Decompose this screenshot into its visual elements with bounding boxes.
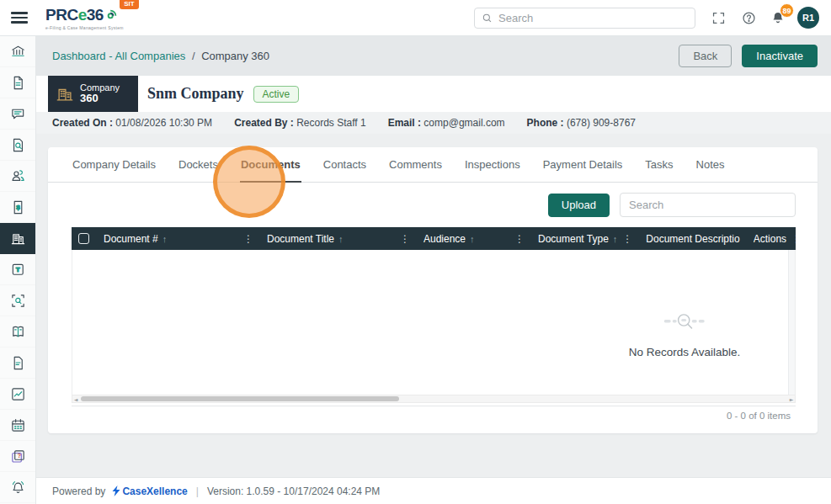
chart-icon [10, 386, 26, 402]
tab-dockets[interactable]: Dockets [178, 147, 219, 183]
sidebar-item-scan-search[interactable] [0, 285, 35, 316]
sidebar-item-companies[interactable] [0, 223, 35, 254]
tab-company-details[interactable]: Company Details [72, 147, 157, 183]
back-button[interactable]: Back [679, 45, 732, 67]
upload-button[interactable]: Upload [548, 194, 610, 217]
company-name: Snm Company [147, 85, 244, 103]
tab-notes[interactable]: Notes [695, 147, 726, 183]
grid-header: Document # ↑ ⋮ Document Title ↑ ⋮ Audien… [72, 227, 796, 250]
sidebar-item-record-search[interactable] [0, 130, 35, 161]
notification-count-badge: 89 [780, 3, 794, 18]
powered-by-label: Powered by [52, 485, 105, 497]
column-menu-icon[interactable]: ⋮ [395, 233, 410, 245]
grid-body: No Records Available. [72, 250, 796, 395]
global-search[interactable] [474, 8, 695, 29]
bank-icon [10, 44, 26, 60]
grid-pager: 0 - 0 of 0 items [72, 406, 796, 424]
sidebar-item-notifications[interactable] [0, 472, 35, 503]
meta-item: Created By : Records Staff 1 [234, 117, 366, 129]
file-search-icon [10, 137, 26, 153]
page-footer: Powered by CaseXellence | Version: 1.0.5… [36, 477, 831, 504]
logo-tagline: e-Filing & Case Management System [45, 25, 124, 30]
scrollbar-thumb[interactable] [81, 396, 399, 401]
tab-strip: Company Details Dockets Documents Contac… [48, 147, 818, 183]
status-badge: Active [253, 86, 300, 103]
documents-search-input[interactable] [620, 193, 796, 217]
col-document-title[interactable]: Document Title ↑ ⋮ [260, 227, 417, 250]
select-all-cell [72, 227, 97, 250]
pager-info: 0 - 0 of 0 items [727, 411, 791, 421]
sidebar-item-calendar[interactable] [0, 410, 35, 441]
col-document-number[interactable]: Document # ↑ ⋮ [97, 227, 260, 250]
fullscreen-icon[interactable] [711, 11, 726, 25]
tab-inspections[interactable]: Inspections [464, 147, 521, 183]
sidebar-item-filings[interactable] [0, 67, 35, 98]
sidebar-item-messages[interactable] [0, 98, 35, 130]
meta-item: Phone : (678) 909-8767 [527, 117, 636, 129]
search-icon [482, 13, 493, 24]
company-badge-label-bottom: 360 [80, 92, 99, 104]
company-360-badge: Company 360 [48, 76, 138, 112]
environment-badge: SIT [120, 0, 138, 9]
brand-logo[interactable]: CaseXellence [112, 485, 187, 497]
scroll-right-icon[interactable]: ► [788, 396, 795, 402]
sidebar-item-reports[interactable] [0, 379, 35, 410]
chat-icon [10, 106, 26, 122]
documents-card: Company Details Dockets Documents Contac… [48, 147, 818, 433]
menu-toggle-icon[interactable] [11, 9, 28, 26]
building-icon [56, 85, 74, 103]
column-menu-icon[interactable]: ⋮ [617, 233, 632, 245]
sidebar-item-institution[interactable] [0, 36, 35, 67]
sidebar-item-library[interactable] [0, 316, 35, 347]
tab-payment-details[interactable]: Payment Details [542, 147, 624, 183]
sidebar-item-invoices[interactable]: $ [0, 192, 35, 223]
breadcrumb: Dashboard - All Companies / Company 360 [52, 50, 269, 62]
sort-asc-icon[interactable]: ↑ [470, 234, 475, 244]
tab-tasks[interactable]: Tasks [644, 147, 674, 183]
app-logo: PRCe36 e-Filing & Case Management System… [45, 6, 124, 30]
company-meta-bar: Created On : 01/08/2026 10:30 PM Created… [36, 112, 831, 134]
logo-text: PRC [45, 6, 78, 24]
col-audience[interactable]: Audience ↑ ⋮ [417, 227, 531, 250]
logo-swirl-icon [104, 8, 118, 22]
meta-item: Email : comp@gmail.com [388, 117, 505, 129]
select-all-checkbox[interactable] [78, 233, 89, 244]
brand-bolt-icon [112, 485, 120, 496]
sidebar-nav: $ T ? [0, 36, 36, 504]
user-avatar[interactable]: R1 [797, 7, 819, 29]
notifications-bell[interactable]: 89 [770, 10, 786, 25]
help-icon[interactable] [742, 11, 756, 25]
sidebar-item-tasks[interactable]: T [0, 254, 35, 285]
tab-comments[interactable]: Comments [388, 147, 443, 183]
tab-documents[interactable]: Documents [240, 147, 301, 183]
empty-message: No Records Available. [629, 346, 741, 358]
column-menu-icon[interactable]: ⋮ [238, 233, 253, 245]
sidebar-item-users[interactable] [0, 161, 35, 192]
col-document-description[interactable]: Document Descriptio [639, 227, 746, 250]
inactivate-button[interactable]: Inactivate [742, 45, 818, 67]
sort-asc-icon[interactable]: ↑ [338, 234, 344, 244]
sidebar-item-documents[interactable] [0, 347, 35, 379]
top-bar: PRCe36 e-Filing & Case Management System… [0, 0, 831, 36]
column-menu-icon[interactable]: ⋮ [786, 233, 796, 245]
file-lines-icon [10, 75, 26, 91]
vertical-scrollbar[interactable] [788, 250, 795, 395]
tab-contacts[interactable]: Contacts [322, 147, 367, 183]
users-icon [10, 168, 26, 184]
calendar-icon [10, 417, 26, 433]
horizontal-scrollbar[interactable]: ◄ ► [72, 395, 796, 403]
invoice-icon: $ [10, 199, 26, 215]
bell-icon [10, 480, 26, 496]
global-search-input[interactable] [498, 12, 688, 24]
sort-asc-icon[interactable]: ↑ [162, 234, 168, 244]
scroll-left-icon[interactable]: ◄ [72, 396, 79, 402]
doc-icon [10, 355, 26, 371]
column-menu-icon[interactable]: ⋮ [509, 233, 525, 245]
help-stack-icon: ? [10, 448, 26, 464]
sidebar-item-help[interactable]: ? [0, 441, 35, 472]
col-actions[interactable]: Actions ⋮ [747, 227, 796, 250]
book-icon [10, 324, 26, 340]
task-note-icon: T [10, 262, 26, 278]
col-document-type[interactable]: Document Type ↑ ⋮ [531, 227, 639, 250]
breadcrumb-link[interactable]: Dashboard - All Companies [52, 50, 185, 62]
